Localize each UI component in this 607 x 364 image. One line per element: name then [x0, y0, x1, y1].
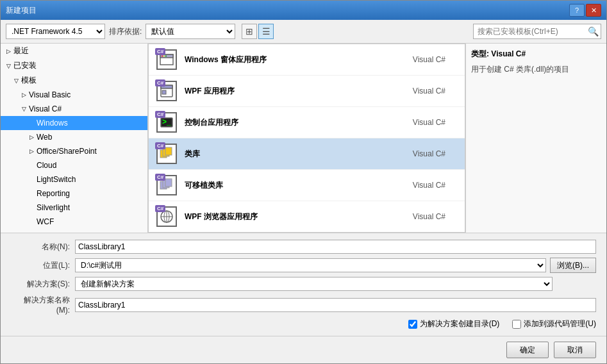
search-icon[interactable]: 🔍 — [585, 24, 601, 39]
right-panel: 类型: Visual C# 用于创建 C# 类库(.dll)的项目 — [465, 44, 606, 233]
bottom-form: 名称(N): 位置(L): D:\c#测试用 浏览(B)... 解决方案(S):… — [1, 233, 606, 336]
template-area: C# Windows 窗体应用程序 Visual C# C# — [148, 44, 465, 233]
installed-arrow-icon: ▽ — [3, 61, 13, 71]
sidebar-scroll: ▷ 最近 ▽ 已安装 ▽ 模板 ▷ Visual Basic — [1, 44, 147, 233]
svg-point-4 — [165, 56, 167, 57]
template-item-1[interactable]: C# WPF 应用程序 Visual C# — [149, 76, 465, 107]
location-wrap: D:\c#测试用 浏览(B)... — [75, 258, 596, 273]
solution-name-input[interactable] — [75, 298, 596, 312]
wpf-browser-icon: C# — [156, 206, 177, 227]
name-input[interactable] — [75, 240, 596, 254]
sort-label: 排序依据: — [109, 26, 142, 37]
template-info-2: 控制台应用程序 — [185, 117, 413, 128]
template-lang-2: Visual C# — [413, 118, 458, 127]
cs-badge-1: C# — [155, 79, 165, 87]
portable-icon: C# — [156, 175, 177, 195]
wpf-app-icon: C# — [156, 81, 177, 101]
sidebar-item-web[interactable]: ▷ Web — [1, 130, 147, 144]
template-icon-1: C# — [155, 79, 178, 103]
template-name-1: WPF 应用程序 — [185, 87, 235, 95]
template-info-0: Windows 窗体应用程序 — [185, 54, 413, 65]
sidebar-item-vc[interactable]: ▽ Visual C# — [1, 102, 147, 116]
sidebar-item-silverlight[interactable]: Silverlight — [1, 201, 147, 215]
sidebar-item-recent[interactable]: ▷ 最近 — [1, 44, 147, 58]
main-window: 新建项目 ? ✕ .NET Framework 4.5 排序依据: 默认值 ⊞ … — [0, 0, 607, 364]
template-name-5: WPF 浏览器应用程序 — [185, 212, 258, 221]
ok-button[interactable]: 确定 — [506, 342, 549, 358]
sidebar-item-reporting[interactable]: Reporting — [1, 186, 147, 201]
sidebar-item-vb[interactable]: ▷ Visual Basic — [1, 88, 147, 102]
vc-arrow-icon: ▽ — [19, 104, 29, 114]
template-item-5[interactable]: C# WPF 浏览器应用程序 Visual C# — [149, 201, 465, 233]
framework-select[interactable]: .NET Framework 4.5 — [6, 24, 105, 39]
template-name-0: Windows 窗体应用程序 — [185, 55, 267, 64]
template-item-0[interactable]: C# Windows 窗体应用程序 Visual C# — [149, 44, 465, 76]
create-dir-label: 为解决方案创建目录(D) — [420, 318, 500, 329]
template-item-4[interactable]: C# 可移植类库 Visual C# — [149, 170, 465, 201]
template-icon-4: C# — [155, 174, 178, 197]
template-icon-0: C# — [155, 48, 178, 71]
view-icons: ⊞ ☰ — [242, 24, 274, 39]
location-select[interactable]: D:\c#测试用 — [75, 258, 546, 272]
grid-view-button[interactable]: ⊞ — [242, 24, 257, 39]
sidebar-item-templates[interactable]: ▽ 模板 — [1, 73, 147, 88]
sidebar-item-office[interactable]: ▷ Office/SharePoint — [1, 144, 147, 158]
sidebar-item-wcf[interactable]: WCF — [1, 215, 147, 229]
silverlight-arrow-icon — [26, 203, 37, 213]
bottom-buttons: 确定 取消 — [1, 336, 606, 363]
win-form-icon: C# — [156, 49, 177, 70]
close-button[interactable]: ✕ — [586, 4, 601, 17]
template-icon-2: C# >_ — [155, 111, 178, 134]
sort-select[interactable]: 默认值 — [146, 24, 235, 39]
cancel-button[interactable]: 取消 — [554, 342, 596, 358]
solution-name-row: 解决方案名称(M): — [11, 295, 596, 315]
browse-button[interactable]: 浏览(B)... — [550, 258, 596, 273]
list-view-button[interactable]: ☰ — [258, 24, 274, 39]
cloud-arrow-icon — [26, 160, 37, 170]
vb-arrow-icon: ▷ — [19, 90, 29, 100]
sidebar: ▷ 最近 ▽ 已安装 ▽ 模板 ▷ Visual Basic — [1, 44, 148, 233]
template-info-4: 可移植类库 — [185, 180, 413, 191]
solution-row: 解决方案(S): 创建新解决方案 — [11, 277, 596, 291]
wcf-label: WCF — [37, 217, 54, 226]
svg-rect-12 — [165, 147, 172, 155]
template-list: C# Windows 窗体应用程序 Visual C# C# — [148, 44, 465, 233]
lightswitch-label: LightSwitch — [37, 175, 76, 184]
solution-select[interactable]: 创建新解决方案 — [75, 277, 553, 291]
template-lang-5: Visual C# — [413, 212, 458, 221]
type-prefix: 类型: — [471, 49, 489, 58]
sidebar-item-cloud[interactable]: Cloud — [1, 158, 147, 172]
cs-badge-4: C# — [155, 174, 165, 181]
sidebar-item-windows[interactable]: Windows — [1, 116, 147, 130]
options-row: 为解决方案创建目录(D) 添加到源代码管理(U) — [11, 318, 596, 329]
classlib-icon: C# — [156, 144, 177, 164]
reporting-label: Reporting — [37, 189, 70, 198]
type-description: 用于创建 C# 类库(.dll)的项目 — [471, 63, 601, 75]
reporting-arrow-icon — [26, 188, 37, 199]
svg-rect-7 — [162, 90, 166, 94]
recent-label: 最近 — [13, 46, 29, 56]
add-source-checkbox[interactable] — [512, 320, 521, 329]
window-title: 新建项目 — [6, 5, 37, 16]
template-info-5: WPF 浏览器应用程序 — [185, 211, 413, 222]
windows-label: Windows — [37, 119, 68, 128]
title-bar-right: ? ✕ — [569, 4, 601, 17]
title-bar-left: 新建项目 — [6, 5, 37, 16]
create-dir-checkbox[interactable] — [408, 320, 417, 329]
svg-rect-15 — [165, 179, 172, 186]
template-item-3[interactable]: C# 类库 Visual C# — [149, 138, 465, 170]
lightswitch-arrow-icon — [26, 174, 37, 185]
sidebar-item-lightswitch[interactable]: LightSwitch — [1, 172, 147, 186]
sidebar-item-installed[interactable]: ▽ 已安装 — [1, 58, 147, 73]
wcf-arrow-icon — [26, 217, 37, 227]
option-2: 添加到源代码管理(U) — [512, 318, 596, 329]
office-arrow-icon: ▷ — [26, 146, 37, 156]
cs-badge-2: C# — [155, 111, 165, 118]
search-input[interactable] — [474, 24, 585, 38]
solution-name-label: 解决方案名称(M): — [11, 295, 75, 315]
help-button[interactable]: ? — [569, 4, 585, 17]
add-source-label: 添加到源代码管理(U) — [524, 318, 596, 329]
silverlight-label: Silverlight — [37, 203, 70, 212]
office-label: Office/SharePoint — [37, 147, 97, 156]
template-item-2[interactable]: C# >_ 控制台应用程序 Visual C# — [149, 107, 465, 138]
